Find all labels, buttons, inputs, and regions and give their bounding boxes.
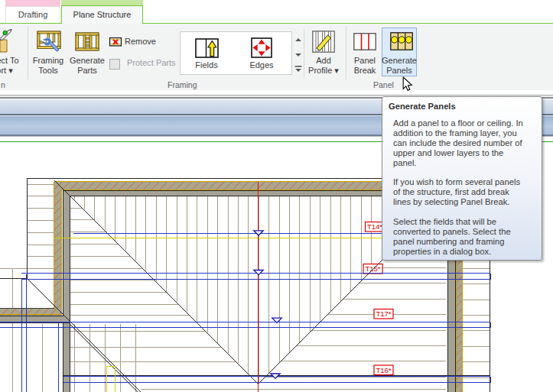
svg-text:T14*: T14*	[367, 222, 382, 231]
svg-text:T17*: T17*	[376, 309, 391, 318]
svg-text:T16*: T16*	[376, 366, 391, 374]
